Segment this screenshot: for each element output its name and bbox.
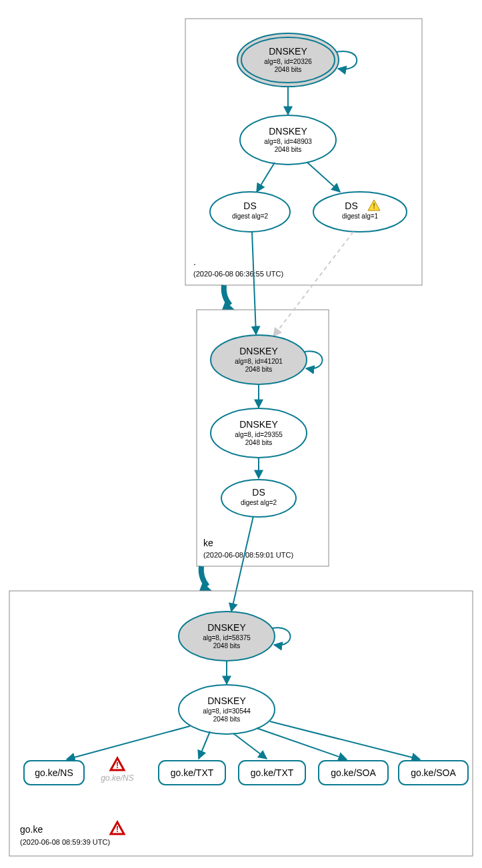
edge-ds2-keksk	[252, 232, 256, 334]
svg-text:2048 bits: 2048 bits	[245, 439, 273, 446]
svg-text:2048 bits: 2048 bits	[275, 146, 302, 153]
zone-ts-ke: (2020-06-08 08:59:01 UTC)	[203, 551, 293, 559]
rr-ns: go.ke/NS	[24, 761, 84, 785]
edge-zsk-soa1	[257, 728, 347, 759]
delegation-ke-goke	[201, 566, 207, 586]
svg-point-24	[221, 480, 296, 517]
svg-text:DNSKEY: DNSKEY	[269, 126, 307, 137]
rr-soa2: go.ke/SOA	[399, 761, 468, 785]
svg-text:2048 bits: 2048 bits	[245, 366, 273, 373]
svg-text:DS: DS	[345, 201, 357, 211]
zone-ts-root: (2020-06-08 06:36:55 UTC)	[193, 270, 283, 278]
zone-title-ke: ke	[203, 538, 213, 548]
node-goke-ksk: DNSKEY alg=8, id=58375 2048 bits	[179, 612, 275, 661]
svg-text:DS: DS	[243, 201, 256, 211]
svg-text:DNSKEY: DNSKEY	[239, 419, 278, 430]
node-ke-ds: DS digest alg=2	[221, 480, 296, 517]
svg-text:DNSKEY: DNSKEY	[207, 622, 246, 633]
delegation-root-ke	[224, 285, 230, 305]
svg-text:alg=8, id=20326: alg=8, id=20326	[264, 58, 312, 65]
node-goke-zsk: DNSKEY alg=8, id=30544 2048 bits	[179, 685, 275, 734]
svg-text:alg=8, id=48903: alg=8, id=48903	[264, 138, 312, 145]
node-root-zsk: DNSKEY alg=8, id=48903 2048 bits	[240, 115, 336, 165]
node-root-ds1: DS digest alg=1 !	[313, 192, 407, 232]
svg-text:digest alg=1: digest alg=1	[342, 213, 379, 220]
node-ke-zsk: DNSKEY alg=8, id=29355 2048 bits	[211, 408, 307, 458]
edge-keds-gokeksk	[231, 516, 253, 612]
svg-text:go.ke/SOA: go.ke/SOA	[411, 767, 456, 778]
node-ke-ksk: DNSKEY alg=8, id=41201 2048 bits	[211, 335, 307, 384]
svg-text:digest alg=2: digest alg=2	[232, 213, 269, 220]
edge-zsk-txt2	[233, 733, 267, 759]
svg-text:2048 bits: 2048 bits	[275, 66, 302, 73]
node-root-ksk: DNSKEY alg=8, id=20326 2048 bits	[237, 33, 339, 87]
zone-title-goke: go.ke	[20, 824, 43, 835]
rr-txt2: go.ke/TXT	[239, 761, 305, 785]
edge-root-zsk-ds2	[257, 163, 275, 192]
svg-text:alg=8, id=41201: alg=8, id=41201	[235, 358, 283, 365]
svg-text:alg=8, id=29355: alg=8, id=29355	[235, 431, 283, 438]
node-root-ds2: DS digest alg=2	[210, 192, 290, 232]
svg-text:alg=8, id=30544: alg=8, id=30544	[203, 707, 251, 715]
svg-text:!: !	[116, 761, 119, 770]
edge-root-zsk-ds1	[307, 162, 340, 192]
svg-text:digest alg=2: digest alg=2	[241, 499, 277, 506]
rr-ns-error: ! go.ke/NS	[101, 758, 133, 783]
zone-title-root: .	[193, 256, 196, 267]
edge-zsk-ns	[67, 726, 190, 759]
svg-text:DNSKEY: DNSKEY	[207, 695, 246, 706]
error-icon: !	[111, 758, 124, 770]
svg-text:go.ke/SOA: go.ke/SOA	[331, 767, 376, 778]
svg-text:go.ke/TXT: go.ke/TXT	[171, 767, 214, 778]
rr-txt1: go.ke/TXT	[159, 761, 225, 785]
error-icon: !	[111, 822, 124, 834]
edge-root-ksk-self	[337, 51, 357, 69]
svg-text:go.ke/TXT: go.ke/TXT	[251, 767, 294, 778]
svg-text:2048 bits: 2048 bits	[213, 715, 241, 723]
svg-text:!: !	[116, 825, 119, 834]
svg-text:!: !	[373, 202, 375, 210]
edge-ds1-keksk	[273, 232, 353, 336]
svg-text:DS: DS	[252, 487, 265, 498]
svg-text:alg=8, id=58375: alg=8, id=58375	[203, 634, 251, 642]
edge-zsk-txt1	[199, 731, 210, 759]
svg-text:2048 bits: 2048 bits	[213, 642, 241, 650]
svg-point-9	[210, 192, 290, 232]
svg-text:go.ke/NS: go.ke/NS	[101, 773, 133, 783]
svg-text:DNSKEY: DNSKEY	[239, 346, 278, 356]
svg-point-12	[313, 192, 407, 232]
rr-soa1: go.ke/SOA	[319, 761, 388, 785]
svg-text:DNSKEY: DNSKEY	[269, 46, 307, 57]
zone-ts-goke: (2020-06-08 08:59:39 UTC)	[20, 838, 110, 846]
svg-text:go.ke/NS: go.ke/NS	[35, 767, 73, 778]
